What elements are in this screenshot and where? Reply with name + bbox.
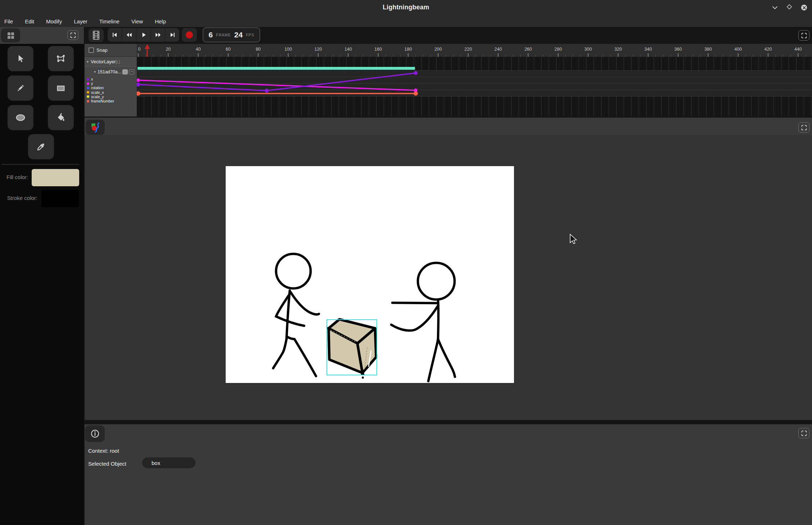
frame-fps-display[interactable]: 6 FRAME 24 FPS (203, 27, 260, 42)
close-icon (803, 6, 806, 9)
selected-object-input[interactable] (142, 457, 195, 468)
ruler-label: 40 (196, 47, 201, 52)
grid-view-button[interactable] (1, 28, 20, 42)
canvas-expand-button[interactable] (798, 122, 809, 133)
fill-color-swatch[interactable] (32, 169, 79, 186)
info-icon (90, 429, 100, 439)
fps-label: FPS (246, 33, 254, 37)
artboard[interactable] (226, 166, 514, 383)
tool-select-button[interactable] (8, 46, 33, 71)
minimize-button[interactable] (772, 4, 777, 11)
property-color-dot (87, 82, 89, 85)
stick-figure-right (391, 263, 455, 381)
menu-item-modify[interactable]: Modify (44, 17, 64, 26)
menu-item-layer[interactable]: Layer (72, 17, 90, 26)
timeline-layer-panel: Snap ▾ VectorLayer [L] ▾ 151ad70a... ~ x… (85, 44, 137, 117)
menu-item-edit[interactable]: Edit (23, 17, 36, 26)
ruler-label: 440 (794, 47, 802, 52)
layer-badge: [L] (116, 60, 120, 64)
sublayer-tween-button[interactable]: ~ (129, 69, 134, 74)
close-button[interactable] (801, 5, 807, 10)
sidebar-expand-button[interactable] (67, 30, 78, 40)
property-label: x (91, 77, 93, 81)
stroke-color-label: Stroke color: (0, 195, 37, 201)
keyframe-frameNumber[interactable] (414, 91, 418, 96)
sublayer-solid-button[interactable] (122, 69, 128, 74)
tool-eyedropper-button[interactable] (28, 134, 54, 159)
ruler-label: 220 (464, 47, 472, 52)
frame-label: FRAME (216, 33, 231, 37)
eyedropper-icon (36, 142, 46, 151)
property-label: scale_x (91, 90, 104, 95)
property-row-scale_x[interactable]: scale_x (85, 90, 137, 95)
snap-label: Snap (96, 47, 107, 53)
mouse-cursor (569, 234, 578, 245)
canvas-header (85, 118, 812, 135)
tool-ellipse-button[interactable] (8, 105, 33, 130)
menu-item-help[interactable]: Help (153, 17, 168, 26)
menu-bar: FileEditModifyLayerTimelineViewHelp (2, 16, 168, 27)
window-controls (772, 4, 807, 11)
stroke-color-swatch[interactable] (41, 190, 79, 207)
snap-checkbox[interactable] (89, 47, 94, 53)
ruler-label: 300 (585, 47, 592, 52)
sidebar-divider (1, 164, 79, 165)
fast-forward-button[interactable] (151, 28, 165, 42)
tool-bucket-button[interactable] (48, 105, 74, 130)
property-row-scale_y[interactable]: scale_y (85, 95, 137, 99)
ruler-label: 0 (138, 47, 141, 52)
timeline-expand-button[interactable] (798, 30, 809, 41)
ruler-label: 240 (495, 47, 502, 52)
ruler-label: 400 (734, 47, 742, 52)
fast-forward-icon (154, 31, 162, 38)
property-row-y[interactable]: y (85, 81, 137, 86)
inspector-expand-button[interactable] (798, 428, 809, 438)
maximize-button[interactable] (787, 4, 792, 11)
property-color-dot (87, 100, 89, 102)
rewind-button[interactable] (122, 28, 136, 42)
property-row-frameNumber[interactable]: frameNumber (85, 99, 137, 103)
stick-figure-left (273, 254, 319, 376)
cursor-icon (16, 54, 25, 63)
property-row-rotation[interactable]: rotation (85, 86, 137, 90)
timeline-tracks[interactable]: 0204060801001201401601802002202402602803… (137, 44, 812, 117)
play-button[interactable] (136, 28, 151, 42)
sublayer-name: 151ad70a... (98, 69, 121, 74)
canvas-mode-button[interactable] (86, 120, 105, 135)
info-button[interactable] (85, 425, 105, 442)
layer-disclosure-triangle[interactable]: ▾ (87, 60, 89, 64)
keyframe-x[interactable] (414, 71, 418, 75)
grid-icon (6, 31, 15, 40)
ruler-label: 180 (405, 47, 412, 52)
fps-value: 24 (234, 31, 243, 39)
menu-item-file[interactable]: File (2, 17, 15, 26)
path-nodes-icon (56, 54, 66, 64)
property-label: rotation (91, 86, 104, 90)
chevron-down-icon (772, 6, 777, 9)
ruler-label: 380 (704, 47, 712, 52)
tool-path-button[interactable] (48, 46, 74, 71)
ruler-label: 280 (554, 47, 562, 52)
context-text: Context: root (88, 448, 119, 454)
keyframe-x[interactable] (265, 89, 269, 93)
menu-item-timeline[interactable]: Timeline (97, 17, 122, 26)
film-settings-button[interactable] (89, 28, 104, 42)
window-title: Lightningbeam (0, 4, 812, 11)
inspector-panel (85, 424, 812, 525)
ruler-label: 260 (524, 47, 532, 52)
stage[interactable] (85, 135, 812, 420)
layer-row[interactable]: ▾ VectorLayer [L] (85, 57, 137, 67)
vector-graphics-icon (90, 122, 101, 133)
property-color-dot (87, 95, 89, 98)
sublayer-disclosure-triangle[interactable]: ▾ (94, 70, 96, 74)
tool-pencil-button[interactable] (8, 76, 33, 101)
lifespan-bar[interactable] (137, 67, 415, 70)
property-row-x[interactable]: x (85, 77, 137, 81)
property-color-dot (87, 78, 89, 81)
skip-to-end-button[interactable] (165, 28, 179, 42)
filmstrip-icon (92, 31, 100, 40)
menu-item-view[interactable]: View (129, 17, 145, 26)
record-button[interactable] (182, 28, 197, 42)
tool-rectangle-button[interactable] (48, 76, 74, 101)
skip-to-start-button[interactable] (108, 28, 122, 42)
